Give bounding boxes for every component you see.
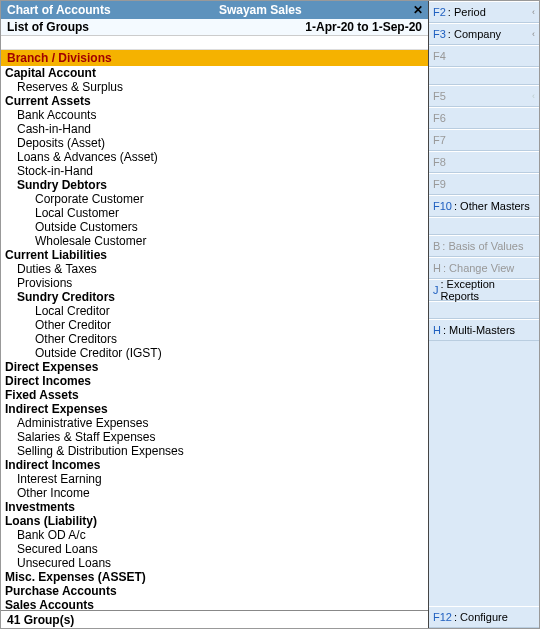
list-item[interactable]: Indirect Expenses <box>1 402 428 416</box>
sidebar-label: : Basis of Values <box>442 240 523 252</box>
sidebar-key: F4 <box>433 50 446 62</box>
sidebar-bottom: F12: Configure <box>429 606 539 628</box>
list-item[interactable]: Selling & Distribution Expenses <box>1 444 428 458</box>
sidebar-key: H <box>433 262 441 274</box>
sidebar-key: F2 <box>433 6 446 18</box>
list-item[interactable]: Corporate Customer <box>1 192 428 206</box>
selected-group-row[interactable]: Branch / Divisions <box>1 50 428 66</box>
sidebar-items: F2: Period‹F3: Company‹F4F5‹F6F7F8F9F10:… <box>429 1 539 341</box>
title-bar: Chart of Accounts Swayam Sales ✕ <box>1 1 428 19</box>
list-item[interactable]: Misc. Expenses (ASSET) <box>1 570 428 584</box>
list-item[interactable]: Purchase Accounts <box>1 584 428 598</box>
header-spacer <box>1 36 428 50</box>
list-item[interactable]: Interest Earning <box>1 472 428 486</box>
sidebar-label: : Period <box>448 6 486 18</box>
list-item[interactable]: Reserves & Surplus <box>1 80 428 94</box>
list-item[interactable]: Provisions <box>1 276 428 290</box>
sidebar-gap <box>429 301 539 319</box>
sidebar-key: J <box>433 284 439 296</box>
list-item[interactable]: Direct Incomes <box>1 374 428 388</box>
list-item[interactable]: Sundry Debtors <box>1 178 428 192</box>
list-item[interactable]: Administrative Expenses <box>1 416 428 430</box>
list-item[interactable]: Other Income <box>1 486 428 500</box>
list-item[interactable]: Salaries & Staff Expenses <box>1 430 428 444</box>
sidebar-label: : Multi-Masters <box>443 324 515 336</box>
groups-list: Capital AccountReserves & SurplusCurrent… <box>1 66 428 610</box>
list-item[interactable]: Bank Accounts <box>1 108 428 122</box>
sidebar-button-j[interactable]: J: Exception Reports <box>429 279 539 301</box>
chevron-left-icon: ‹ <box>532 29 535 39</box>
list-item[interactable]: Loans & Advances (Asset) <box>1 150 428 164</box>
main-panel: Chart of Accounts Swayam Sales ✕ List of… <box>1 1 429 628</box>
sidebar-button-f3[interactable]: F3: Company‹ <box>429 23 539 45</box>
sidebar-key: F9 <box>433 178 446 190</box>
title-left: Chart of Accounts <box>7 3 111 17</box>
chevron-left-icon: ‹ <box>532 7 535 17</box>
sidebar-key: F3 <box>433 28 446 40</box>
list-item[interactable]: Outside Customers <box>1 220 428 234</box>
sidebar-key: F7 <box>433 134 446 146</box>
list-item[interactable]: Local Customer <box>1 206 428 220</box>
list-item[interactable]: Fixed Assets <box>1 388 428 402</box>
list-item[interactable]: Direct Expenses <box>1 360 428 374</box>
close-icon[interactable]: ✕ <box>410 3 426 17</box>
sidebar-button-f4: F4 <box>429 45 539 67</box>
list-item[interactable]: Other Creditor <box>1 318 428 332</box>
list-item[interactable]: Other Creditors <box>1 332 428 346</box>
list-item[interactable]: Investments <box>1 500 428 514</box>
sidebar-button-f7: F7 <box>429 129 539 151</box>
list-item[interactable]: Sundry Creditors <box>1 290 428 304</box>
sidebar-key: F6 <box>433 112 446 124</box>
sub-title-bar: List of Groups 1-Apr-20 to 1-Sep-20 <box>1 19 428 37</box>
list-item[interactable]: Loans (Liability) <box>1 514 428 528</box>
sidebar-key: F12 <box>433 611 452 623</box>
list-item[interactable]: Indirect Incomes <box>1 458 428 472</box>
sidebar-button-f9: F9 <box>429 173 539 195</box>
list-item[interactable]: Local Creditor <box>1 304 428 318</box>
list-item[interactable]: Sales Accounts <box>1 598 428 610</box>
sidebar-label: : Exception Reports <box>441 278 536 302</box>
title-center: Swayam Sales <box>111 3 410 17</box>
sidebar-button-f6: F6 <box>429 107 539 129</box>
subtitle-left: List of Groups <box>7 20 89 34</box>
list-item[interactable]: Duties & Taxes <box>1 262 428 276</box>
sidebar-key: B <box>433 240 440 252</box>
sidebar-label: : Change View <box>443 262 514 274</box>
sidebar-gap <box>429 67 539 85</box>
list-item[interactable]: Stock-in-Hand <box>1 164 428 178</box>
sidebar-label: : Other Masters <box>454 200 530 212</box>
sidebar-label: : Configure <box>454 611 508 623</box>
sidebar-button-f10[interactable]: F10: Other Masters <box>429 195 539 217</box>
sidebar-button-h[interactable]: H: Multi-Masters <box>429 319 539 341</box>
sidebar-button-h: H: Change View <box>429 257 539 279</box>
list-item[interactable]: Current Assets <box>1 94 428 108</box>
sidebar-spacer <box>429 341 539 606</box>
sidebar-label: : Company <box>448 28 501 40</box>
list-item[interactable]: Current Liabilities <box>1 248 428 262</box>
sidebar-key: F5 <box>433 90 446 102</box>
sidebar: F2: Period‹F3: Company‹F4F5‹F6F7F8F9F10:… <box>429 1 539 628</box>
list-item[interactable]: Deposits (Asset) <box>1 136 428 150</box>
period-range: 1-Apr-20 to 1-Sep-20 <box>305 20 422 34</box>
list-item[interactable]: Cash-in-Hand <box>1 122 428 136</box>
list-item[interactable]: Secured Loans <box>1 542 428 556</box>
app-window: Chart of Accounts Swayam Sales ✕ List of… <box>0 0 540 629</box>
sidebar-button-b: B: Basis of Values <box>429 235 539 257</box>
sidebar-button-f2[interactable]: F2: Period‹ <box>429 1 539 23</box>
list-item[interactable]: Capital Account <box>1 66 428 80</box>
list-item[interactable]: Wholesale Customer <box>1 234 428 248</box>
sidebar-gap <box>429 217 539 235</box>
sidebar-key: H <box>433 324 441 336</box>
sidebar-key: F8 <box>433 156 446 168</box>
chevron-left-icon: ‹ <box>532 91 535 101</box>
sidebar-key: F10 <box>433 200 452 212</box>
list-item[interactable]: Unsecured Loans <box>1 556 428 570</box>
list-item[interactable]: Bank OD A/c <box>1 528 428 542</box>
sidebar-button-f12[interactable]: F12: Configure <box>429 606 539 628</box>
footer-count: 41 Group(s) <box>1 610 428 628</box>
sidebar-button-f8: F8 <box>429 151 539 173</box>
sidebar-button-f5: F5‹ <box>429 85 539 107</box>
list-item[interactable]: Outside Creditor (IGST) <box>1 346 428 360</box>
